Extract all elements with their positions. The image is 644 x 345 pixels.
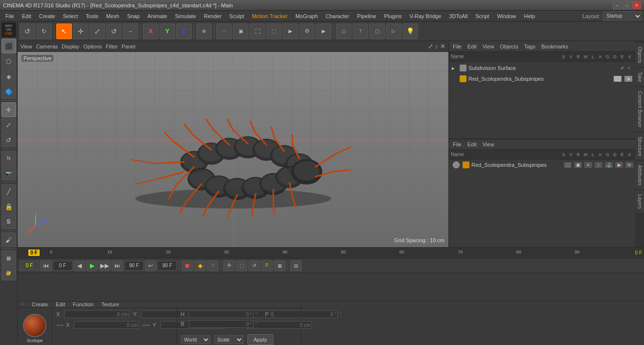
h-input[interactable] [189,310,254,318]
subdivision-surface-row[interactable]: ▸ Subdivision Surface ✔ ✔ [450,63,634,73]
viewport[interactable]: View Cameras Display Options Filter Pane… [18,41,448,247]
move-keys-button[interactable]: ✛ [223,260,235,271]
rotate-keys-button[interactable]: ↺ [248,260,260,271]
menu-tools[interactable]: Tools [82,12,102,20]
x-axis-button[interactable]: X [143,23,158,39]
close-viewport-icon[interactable]: ✕ [440,43,445,50]
brush-button[interactable]: 🖌 [1,232,16,247]
end-frame-input[interactable] [124,261,144,271]
model-mode-button[interactable]: ⬛ [1,39,16,53]
menu-mesh[interactable]: Mesh [103,12,123,20]
keyframe-button[interactable]: ◆ [194,260,206,271]
first-frame-button[interactable]: ⏮ [40,260,52,271]
obj-file-menu[interactable]: File [451,44,464,49]
minimize-button[interactable]: ─ [613,1,622,9]
filter-menu[interactable]: Filter [106,44,117,49]
y-axis-button[interactable]: Y [159,23,175,39]
perspective-button[interactable]: ◻ [336,23,352,39]
size-x-input[interactable] [74,321,139,329]
mat-edit-menu[interactable]: Edit [466,141,479,147]
menu-animate[interactable]: Animate [144,12,171,20]
move-tool-button[interactable]: ✛ [1,102,16,117]
mesh-mode-button[interactable]: ⬡ [1,54,16,69]
function-menu[interactable]: Function [71,301,95,307]
attributes-tab[interactable]: Attributes [636,161,644,189]
scale-keys-button[interactable]: ⬚ [236,260,247,271]
z-axis-button[interactable]: Z [176,23,192,39]
paint-mode-button[interactable]: 🔷 [1,84,16,99]
menu-create[interactable]: Create [36,12,59,20]
play-button[interactable]: ▶ [86,260,98,271]
right-button[interactable]: ▷ [386,23,401,39]
start-frame-input[interactable] [53,261,72,271]
menu-file[interactable]: File [2,12,18,20]
scale-tool-button[interactable]: ⤢ [1,117,16,132]
maximize-viewport-icon[interactable]: ↕ [435,43,439,50]
obj-edit-menu[interactable]: Edit [466,44,479,49]
create-menu[interactable]: Create [30,301,50,307]
structure-tab[interactable]: Structure [636,133,644,160]
menu-script[interactable]: Script [472,12,492,20]
grid-keys-button[interactable]: ▦ [274,260,286,271]
move-button[interactable]: ✛ [73,23,89,39]
viewport-canvas[interactable]: Perspective [18,52,448,247]
menu-motion-tracker[interactable]: Motion Tracker [248,12,291,20]
auto-key-button[interactable]: P [261,260,273,271]
texture-menu[interactable]: Texture [99,301,121,307]
mat-scolopendra-row[interactable]: Red_Scolopendra_Subspinipes ▢ ▣ ≡ ↕ ⚓ ▶ … [449,160,635,170]
uv-mode-button[interactable]: ◈ [1,69,16,84]
objects-tab[interactable]: Objects [636,43,644,67]
menu-render[interactable]: Render [200,12,225,20]
p-input[interactable] [273,310,338,318]
live-select-button[interactable]: ↖ [56,23,72,39]
loop-button[interactable]: ↩ [145,260,156,271]
front-button[interactable]: ▢ [369,23,385,39]
render-settings-button[interactable]: ⚙ [299,23,315,39]
obj-objects-menu[interactable]: Objects [498,44,520,49]
layout-dropdown[interactable]: Startup [603,11,642,21]
top-button[interactable]: ⊤ [353,23,368,39]
close-button[interactable]: ✕ [632,1,641,9]
line-button[interactable]: ╱ [1,184,16,199]
scale-button[interactable]: ⤢ [89,23,105,39]
preview-end-input[interactable] [157,261,177,271]
menu-snap[interactable]: Snap [124,12,143,20]
next-frame-button[interactable]: ▶▶ [99,260,111,271]
move-viewport-icon[interactable]: ⤢ [428,43,433,50]
snap-button[interactable]: ⋯ [216,23,232,39]
lock2-button[interactable]: 🔐 [1,266,16,280]
content-browser-tab[interactable]: Content Browser [636,88,644,131]
menu-pipeline[interactable]: Pipeline [354,12,379,20]
resize-button[interactable]: ↔ [123,23,138,39]
menu-3dtoall[interactable]: 3DToAll [445,12,471,20]
x-pos-input[interactable] [64,310,129,318]
frame-sel-button[interactable]: ⬚ [266,23,282,39]
menu-plugins[interactable]: Plugins [380,12,405,20]
mat-view-menu-2[interactable]: View [481,141,496,147]
s-button[interactable]: S [1,214,16,229]
lights-button[interactable]: 💡 [402,23,418,39]
maximize-button[interactable]: □ [622,1,631,9]
options-menu[interactable]: Options [83,44,102,49]
menu-select[interactable]: Select [60,12,82,20]
b-input[interactable] [189,320,254,328]
redo-button[interactable]: ↻ [36,23,52,39]
material-item[interactable]: Scolope [22,314,47,343]
frame-all-button[interactable]: ⛶ [249,23,265,39]
render-button[interactable]: ▶ [316,23,332,39]
last-frame-button[interactable]: ⏭ [111,260,123,271]
camera-button[interactable]: 📷 [1,166,16,181]
obj-bookmarks-menu[interactable]: Bookmarks [539,44,570,49]
display-menu[interactable]: Display [62,44,79,49]
layers-tab[interactable]: Layers [636,191,644,212]
world-dropdown[interactable]: World [181,335,210,344]
lock-button[interactable]: 🔒 [1,199,16,214]
coord-sys-button[interactable]: ⊕ [196,23,212,39]
panel-menu[interactable]: Panel [122,44,135,49]
obj-tags-menu[interactable]: Tags [522,44,537,49]
grid-button[interactable]: ▦ [1,251,16,265]
help-button[interactable]: ? [207,260,219,271]
apply-button[interactable]: Apply [247,334,274,345]
prev-frame-button[interactable]: ◀ [73,260,85,271]
view-menu[interactable]: View [21,44,32,49]
